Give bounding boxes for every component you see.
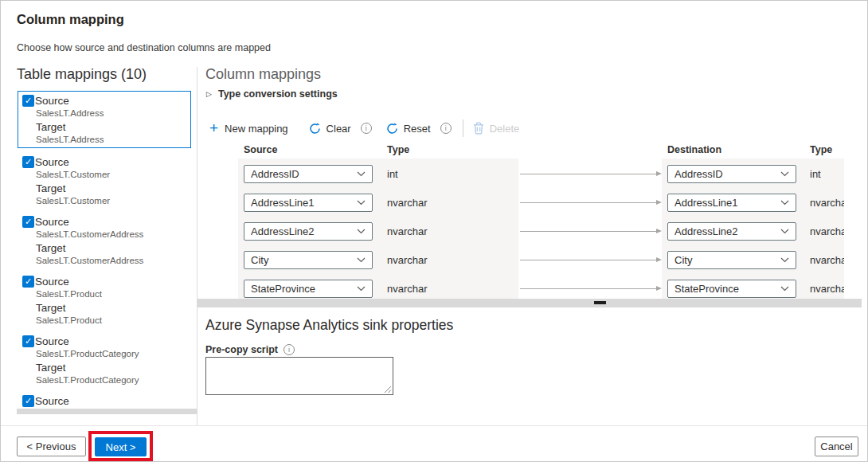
sink-properties-heading: Azure Synapse Analytics sink properties [205,317,453,334]
chevron-down-icon [780,286,789,292]
table-mappings-list: ✓ Source SalesLT.Address Target SalesLT.… [1,91,197,408]
plus-icon: + [209,121,218,135]
table-mappings-heading: Table mappings (10) [17,66,147,83]
previous-button[interactable]: < Previous [17,437,86,456]
precopy-script-input[interactable] [205,357,393,395]
source-table-name: SalesLT.CustomerAddress [22,229,191,241]
chevron-down-icon [780,200,789,206]
source-type-value: nvarchar [387,254,428,266]
scrollbar-thumb[interactable] [594,301,606,304]
footer-divider [1,425,868,426]
target-label: Target [22,241,191,255]
source-type-column-header: Type [387,144,409,155]
destination-column-dropdown[interactable]: City [667,251,796,269]
column-mapping-dialog: Column mapping Choose how source and des… [0,0,868,462]
source-column-dropdown[interactable]: StateProvince [244,280,373,298]
info-icon[interactable]: i [361,123,372,134]
destination-type-value: nvarchar [810,197,844,209]
checkbox-checked-icon[interactable]: ✓ [22,95,34,107]
target-table-name: SalesLT.ProductCategory [22,374,191,386]
checkbox-checked-icon[interactable]: ✓ [22,276,34,288]
source-column-header: Source [244,144,277,155]
source-label: Source [35,95,69,107]
chevron-down-icon [357,257,366,263]
new-mapping-button[interactable]: + New mapping [209,121,288,135]
destination-type-value: nvarchar [810,254,844,266]
mapping-arrow-icon [520,231,656,232]
type-conversion-settings-expander[interactable]: ▷ Type conversion settings [206,88,338,100]
chevron-down-icon [357,229,366,234]
source-table-name: SalesLT.Product [22,288,191,300]
info-icon[interactable]: i [440,123,452,134]
destination-column-dropdown[interactable]: AddressLine2 [667,222,796,241]
table-mapping-item-address[interactable]: ✓ Source SalesLT.Address Target SalesLT.… [18,91,191,148]
destination-column-dropdown[interactable]: StateProvince [667,280,796,298]
mapping-arrow-icon [520,202,656,203]
checkbox-checked-icon[interactable]: ✓ [22,216,34,228]
trash-icon [473,122,484,135]
target-table-name: SalesLT.CustomerAddress [22,255,191,267]
source-table-name: SalesLT.Address [22,108,190,119]
source-column-dropdown[interactable]: AddressLine1 [244,194,373,212]
source-column-dropdown[interactable]: City [244,251,373,269]
chevron-down-icon [357,171,366,177]
source-label: Source [35,156,69,168]
reset-button[interactable]: Reset i [386,123,452,135]
source-label: Source [35,335,69,347]
chevron-right-icon: ▷ [206,90,212,98]
source-label: Source [35,395,69,407]
info-icon[interactable]: i [283,344,295,355]
cancel-button[interactable]: Cancel [815,437,858,456]
destination-type-value: nvarchar [810,283,844,295]
source-type-value: int [387,168,398,180]
clear-button[interactable]: Clear i [309,123,372,135]
table-mapping-item-productcategory[interactable]: ✓ Source SalesLT.ProductCategory Target … [18,331,191,386]
target-label: Target [22,182,191,195]
chevron-down-icon [357,286,366,292]
target-table-name: SalesLT.Product [22,315,191,327]
destination-column-dropdown[interactable]: AddressID [667,165,796,183]
checkbox-checked-icon[interactable]: ✓ [22,156,34,168]
mapping-arrow-icon [520,174,656,174]
destination-type-column-header: Type [810,144,832,155]
destination-type-value: nvarchar [810,225,844,237]
precopy-script-label: Pre-copy script [205,344,278,355]
sidebar-divider [197,67,197,425]
column-mappings-heading: Column mappings [205,66,321,83]
resize-grip-icon[interactable] [384,386,392,393]
source-type-value: nvarchar [387,283,428,295]
target-label: Target [22,120,190,134]
table-mapping-item-customer[interactable]: ✓ Source SalesLT.Customer Target SalesLT… [18,152,191,207]
page-subtitle: Choose how source and destination column… [17,42,271,53]
page-title: Column mapping [17,12,124,27]
source-type-value: nvarchar [387,225,428,237]
chevron-down-icon [780,171,789,177]
chevron-down-icon [780,257,789,263]
chevron-down-icon [780,229,789,234]
checkbox-checked-icon[interactable]: ✓ [22,335,34,347]
table-mapping-item-truncated[interactable]: ✓ Source [18,391,191,408]
table-mapping-item-product[interactable]: ✓ Source SalesLT.Product Target SalesLT.… [18,272,191,327]
next-button[interactable]: Next > [95,437,147,456]
precopy-script-label-row: Pre-copy script i [205,344,295,355]
destination-column-dropdown[interactable]: AddressLine1 [667,194,796,212]
refresh-icon [386,123,398,135]
mapping-horizontal-scrollbar[interactable] [197,299,862,307]
table-mapping-item-customeraddress[interactable]: ✓ Source SalesLT.CustomerAddress Target … [18,212,191,267]
mapping-toolbar: + New mapping Clear i Reset i [209,118,519,139]
destination-type-value: int [810,168,844,180]
source-label: Source [35,276,69,288]
destination-column-header: Destination [667,144,721,155]
source-column-dropdown[interactable]: AddressLine2 [244,222,373,241]
target-label: Target [22,301,191,315]
mapping-arrow-icon [520,260,656,260]
checkbox-checked-icon[interactable]: ✓ [22,395,34,407]
source-column-dropdown[interactable]: AddressID [244,165,373,183]
source-table-name: SalesLT.Customer [22,169,191,181]
source-type-value: nvarchar [387,197,428,209]
delete-button[interactable]: Delete [473,122,520,135]
target-table-name: SalesLT.Address [22,134,190,146]
target-label: Target [22,361,191,374]
refresh-icon [309,123,321,135]
sidebar-horizontal-scrollbar[interactable] [17,409,197,414]
